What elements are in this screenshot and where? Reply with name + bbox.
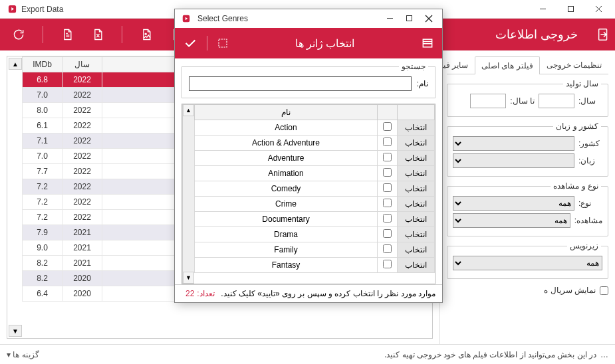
tab-settings[interactable]: تنظیمات خروجی — [540, 56, 608, 74]
genre-select-button[interactable]: انتخاب — [398, 242, 435, 258]
window-title: Export Data — [21, 5, 63, 14]
genre-select-button[interactable]: انتخاب — [398, 197, 435, 212]
page-title: خروجی اطلاعات — [495, 27, 578, 42]
dialog-footer: موارد مورد نظر را انتخاب کرده و سپس بر ر… — [175, 284, 442, 302]
type-view-group: نوع و مشاهده نوع: همه مشاهده: همه — [447, 186, 608, 236]
type-label: نوع: — [578, 199, 602, 208]
col-check — [378, 105, 398, 120]
dialog-hint: موارد مورد نظر را انتخاب کرده و سپس بر ر… — [221, 289, 435, 298]
col-year[interactable]: سال — [62, 57, 102, 72]
refresh-icon[interactable] — [12, 28, 25, 41]
dialog-titlebar: Select Genres — [175, 9, 442, 28]
select-genres-dialog: Select Genres انتخاب ژانر ها جستجو نام: — [174, 9, 443, 303]
genre-name: Family — [195, 242, 378, 258]
app-icon — [7, 4, 17, 15]
genre-name: Comedy — [195, 181, 378, 197]
count-label: تعداد: — [197, 289, 214, 298]
genre-checkbox[interactable] — [383, 229, 392, 238]
genre-name: Documentary — [195, 212, 378, 227]
genre-select-button[interactable]: انتخاب — [398, 151, 435, 166]
options-menu[interactable]: گزینه ها ▾ — [7, 350, 39, 359]
dialog-close-button[interactable] — [425, 15, 433, 23]
dialog-minimize-button[interactable] — [386, 15, 394, 23]
dialog-header-title: انتخاب ژانر ها — [295, 37, 355, 50]
country-select[interactable] — [453, 136, 574, 151]
footer-dots: … — [600, 350, 608, 359]
subtitle-group: زیرنویس همه — [447, 246, 608, 279]
svg-rect-5 — [407, 16, 412, 21]
genre-select-button[interactable]: انتخاب — [398, 181, 435, 197]
col-select — [398, 105, 435, 120]
status-bar: … در این بخش می‌توانید از اطلاعات فیلم ه… — [0, 344, 615, 364]
genre-scrollbar[interactable]: ▲ ▼ — [182, 104, 194, 284]
search-input[interactable] — [189, 76, 412, 91]
year-from-input[interactable] — [539, 94, 574, 108]
genre-checkbox[interactable] — [383, 168, 392, 177]
select-all-button[interactable] — [217, 37, 229, 49]
genre-checkbox[interactable] — [383, 214, 392, 223]
genre-name: Adventure — [195, 151, 378, 166]
export-doc-icon[interactable] — [61, 28, 74, 41]
genre-select-button[interactable]: انتخاب — [398, 258, 435, 273]
svg-rect-1 — [568, 7, 573, 12]
genre-name: Drama — [195, 227, 378, 242]
genre-select-button[interactable]: انتخاب — [398, 212, 435, 227]
genre-select-button[interactable]: انتخاب — [398, 120, 435, 136]
language-select[interactable] — [453, 153, 574, 168]
genre-checkbox[interactable] — [383, 153, 392, 161]
genre-list: نام انتخابActionانتخابAction & Adventure… — [182, 104, 435, 284]
filter-panel: تنظیمات خروجی فیلتر های اصلی سایر فیلتر … — [439, 50, 615, 344]
genre-checkbox[interactable] — [383, 199, 392, 207]
genre-row: انتخابAction — [195, 120, 435, 136]
type-view-legend: نوع و مشاهده — [551, 181, 601, 191]
dialog-header: انتخاب ژانر ها — [175, 28, 442, 58]
genre-name: Action — [195, 120, 378, 136]
genre-checkbox[interactable] — [383, 244, 392, 253]
subtitle-select[interactable]: همه — [453, 256, 602, 270]
genre-row: انتخابAction & Adventure — [195, 136, 435, 151]
genre-row: انتخابAnimation — [195, 166, 435, 181]
dialog-maximize-button[interactable] — [406, 15, 413, 23]
genre-row: انتخابFantasy — [195, 258, 435, 273]
maximize-button[interactable] — [556, 0, 584, 18]
country-label: کشور: — [578, 139, 602, 148]
show-series-label: نمایش سریال ه — [544, 286, 596, 295]
scroll-up-button[interactable]: ▲ — [9, 58, 22, 70]
search-label: نام: — [417, 79, 428, 88]
genre-checkbox[interactable] — [383, 137, 392, 146]
genre-select-button[interactable]: انتخاب — [398, 166, 435, 181]
export-excel-icon[interactable] — [91, 28, 104, 41]
year-from-label: سال: — [578, 96, 602, 106]
list-icon — [421, 37, 434, 50]
year-to-input[interactable] — [470, 94, 506, 108]
svg-point-3 — [145, 33, 146, 35]
minimize-button[interactable] — [529, 0, 556, 18]
tab-main-filters[interactable]: فیلتر های اصلی — [475, 56, 540, 74]
country-lang-legend: کشور و زبان — [553, 122, 601, 131]
export-image-icon[interactable] — [140, 28, 153, 41]
genre-checkbox[interactable] — [383, 122, 392, 131]
genre-select-button[interactable]: انتخاب — [398, 136, 435, 151]
export-icon — [596, 27, 611, 42]
col-imdb[interactable]: IMDb — [23, 57, 62, 72]
genre-checkbox[interactable] — [383, 260, 392, 268]
year-legend: سال تولید — [563, 79, 601, 88]
scroll-down-button[interactable]: ▼ — [9, 325, 22, 337]
confirm-button[interactable] — [183, 36, 197, 50]
view-select[interactable]: همه — [453, 213, 570, 228]
genre-row: انتخابDrama — [195, 227, 435, 242]
scroll-up-icon[interactable]: ▲ — [183, 104, 194, 116]
genre-checkbox[interactable] — [383, 183, 392, 192]
genre-row: انتخابDocumentary — [195, 212, 435, 227]
svg-rect-6 — [423, 39, 431, 47]
type-select[interactable]: همه — [453, 196, 574, 211]
show-series-checkbox[interactable] — [600, 286, 608, 295]
genre-select-button[interactable]: انتخاب — [398, 227, 435, 242]
country-lang-group: کشور و زبان کشور: زبان: — [447, 126, 608, 177]
search-group: جستجو نام: — [182, 66, 435, 98]
scroll-down-icon[interactable]: ▼ — [183, 272, 194, 284]
subtitle-legend: زیرنویس — [567, 241, 601, 250]
close-button[interactable] — [584, 0, 612, 18]
genre-name: Fantasy — [195, 258, 378, 273]
dialog-title: Select Genres — [197, 14, 248, 23]
